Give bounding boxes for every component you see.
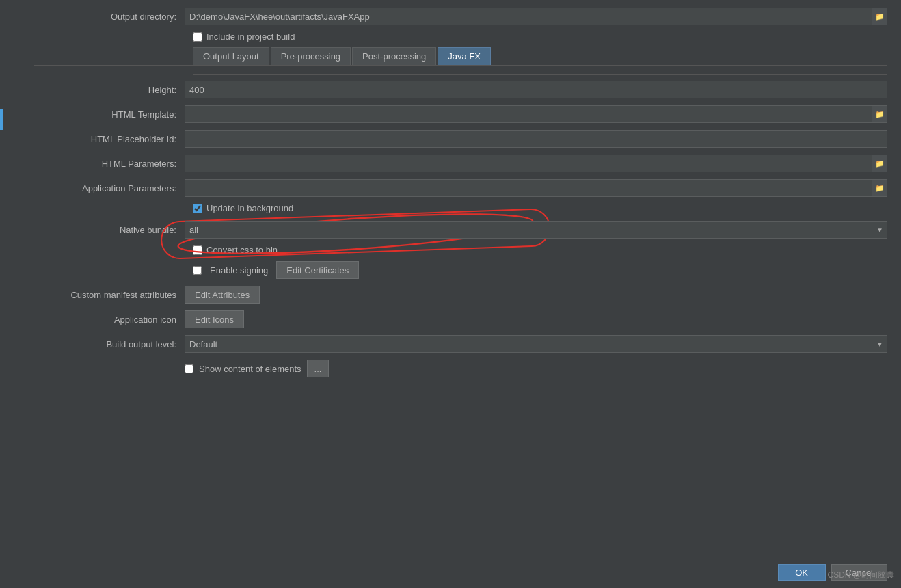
- build-output-level-row: Build output level: Default Debug Releas…: [34, 334, 887, 353]
- content-area: Height: HTML Template: 📁 HTML Placeholde…: [21, 66, 901, 557]
- update-in-background-label: Update in background: [206, 203, 293, 213]
- output-directory-row: Output directory: 📁: [34, 7, 887, 26]
- html-parameters-row: HTML Parameters: 📁: [34, 154, 887, 173]
- bottom-bar: OK Cancel: [21, 557, 901, 588]
- main-content: Output directory: 📁 Include in project b…: [21, 0, 901, 588]
- height-input[interactable]: [185, 81, 887, 98]
- ok-button[interactable]: OK: [778, 564, 826, 581]
- output-directory-browse-btn[interactable]: 📁: [872, 8, 887, 25]
- include-in-build-row: Include in project build: [34, 31, 887, 42]
- edit-icons-button[interactable]: Edit Icons: [185, 310, 244, 328]
- html-template-field-wrapper: 📁: [185, 105, 887, 123]
- app-parameters-field-wrapper: 📁: [185, 179, 887, 197]
- html-template-input[interactable]: [185, 105, 872, 123]
- edit-certificates-button[interactable]: Edit Certificates: [276, 261, 359, 279]
- custom-manifest-row: Custom manifest attributes Edit Attribut…: [34, 285, 887, 304]
- tab-post-processing[interactable]: Post-processing: [352, 47, 436, 65]
- convert-css-row: Convert css to bin: [34, 245, 887, 255]
- edit-attributes-button[interactable]: Edit Attributes: [185, 286, 260, 304]
- html-parameters-label: HTML Parameters:: [34, 159, 185, 169]
- top-divider: [193, 74, 887, 75]
- show-content-checkbox[interactable]: [185, 364, 193, 373]
- native-bundle-row: Native bundle: all none installer image …: [34, 220, 887, 239]
- custom-manifest-value-area: Edit Attributes: [185, 286, 260, 304]
- app-parameters-row: Application Parameters: 📁: [34, 178, 887, 198]
- tab-output-layout[interactable]: Output Layout: [193, 47, 269, 65]
- tabs-row: Output Layout Pre-processing Post-proces…: [34, 47, 887, 66]
- enable-signing-row: Enable signing Edit Certificates: [34, 260, 887, 280]
- html-placeholder-input[interactable]: [185, 130, 887, 148]
- output-directory-field-wrapper: 📁: [185, 8, 887, 25]
- enable-signing-label: Enable signing: [210, 265, 268, 276]
- output-directory-label: Output directory:: [34, 12, 185, 22]
- sidebar: [0, 0, 21, 588]
- top-section: Output directory: 📁 Include in project b…: [21, 0, 901, 66]
- tab-pre-processing[interactable]: Pre-processing: [271, 47, 351, 65]
- application-icon-value-area: Edit Icons: [185, 310, 244, 328]
- html-placeholder-label: HTML Placeholder Id:: [34, 134, 185, 144]
- native-bundle-select-wrapper: all none installer image exe msi ▼: [185, 221, 887, 239]
- height-label: Height:: [34, 85, 185, 95]
- tab-java-fx[interactable]: Java FX: [438, 47, 491, 65]
- html-parameters-field-wrapper: 📁: [185, 155, 887, 172]
- native-bundle-select[interactable]: all none installer image exe msi: [185, 221, 887, 239]
- application-icon-label: Application icon: [34, 315, 185, 325]
- folder-icon: 📁: [875, 184, 885, 193]
- convert-css-checkbox[interactable]: [193, 245, 202, 255]
- custom-manifest-label: Custom manifest attributes: [34, 290, 185, 300]
- dots-button[interactable]: ...: [307, 360, 330, 377]
- application-icon-row: Application icon Edit Icons: [34, 310, 887, 329]
- html-template-browse-btn[interactable]: 📁: [872, 105, 887, 123]
- show-content-label: Show content of elements: [199, 364, 301, 374]
- include-in-build-label: Include in project build: [206, 31, 295, 42]
- sidebar-blue-bar: [0, 109, 3, 130]
- html-template-label: HTML Template:: [34, 109, 185, 120]
- folder-icon: 📁: [875, 110, 885, 119]
- update-in-background-checkbox[interactable]: [193, 204, 202, 213]
- html-parameters-input[interactable]: [185, 155, 872, 172]
- include-in-build-checkbox[interactable]: [193, 32, 202, 42]
- build-output-level-label: Build output level:: [34, 339, 185, 349]
- convert-css-label: Convert css to bin: [206, 245, 278, 255]
- native-bundle-label: Native bundle:: [34, 225, 185, 235]
- build-output-select-wrapper: Default Debug Release ▼: [185, 335, 887, 353]
- height-row: Height:: [34, 80, 887, 99]
- show-content-row: Show content of elements ...: [34, 359, 887, 378]
- html-template-row: HTML Template: 📁: [34, 105, 887, 124]
- build-output-select[interactable]: Default Debug Release: [185, 335, 887, 353]
- app-parameters-browse-btn[interactable]: 📁: [872, 179, 887, 197]
- update-in-background-row: Update in background: [34, 203, 887, 213]
- folder-icon: 📁: [875, 159, 885, 168]
- enable-signing-checkbox[interactable]: [193, 266, 202, 275]
- watermark: CSDN @时间胶囊: [827, 570, 894, 581]
- html-placeholder-row: HTML Placeholder Id:: [34, 129, 887, 148]
- app-parameters-input[interactable]: [185, 179, 872, 197]
- folder-icon: 📁: [875, 12, 885, 21]
- html-parameters-browse-btn[interactable]: 📁: [872, 155, 887, 172]
- app-parameters-label: Application Parameters:: [34, 183, 185, 193]
- output-directory-input[interactable]: [185, 8, 872, 25]
